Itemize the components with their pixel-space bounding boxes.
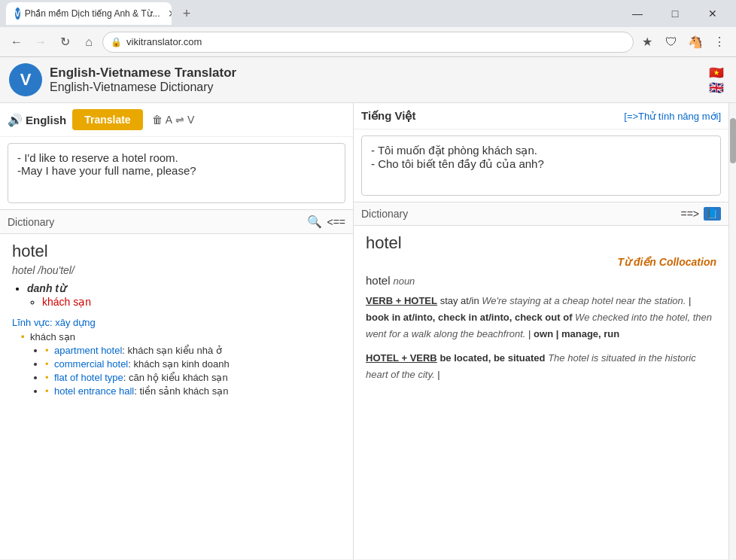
dict-nav-forward[interactable]: ==> bbox=[680, 208, 699, 220]
hotel-noun-row: hotel noun bbox=[366, 274, 716, 287]
link-hotel-entrance[interactable]: hotel entrance hall bbox=[54, 385, 134, 397]
input-text-area[interactable]: - I'd like to reserve a hotel room. -May… bbox=[8, 143, 345, 203]
linhvuc-value: xây dựng bbox=[55, 317, 96, 328]
english-label: English bbox=[26, 114, 66, 126]
verb-hotel-example: We're staying at a cheap hotel near the … bbox=[482, 295, 686, 306]
source-a-icon: A bbox=[166, 114, 172, 126]
left-dict-label: Dictionary bbox=[8, 216, 54, 228]
target-v-icon: V bbox=[187, 114, 194, 126]
link-commercial-hotel[interactable]: commercial hotel bbox=[54, 358, 128, 370]
app-title: English-Vietnamese Translator English-Vi… bbox=[50, 65, 236, 94]
vn-flag: 🇻🇳 bbox=[706, 65, 727, 79]
main-content: 🔊 English Translate 🗑 A ⇌ V - I'd like t… bbox=[0, 103, 736, 559]
right-dict-word: hotel bbox=[366, 233, 716, 253]
left-panel: 🔊 English Translate 🗑 A ⇌ V - I'd like t… bbox=[0, 103, 354, 559]
favicon-letter: V bbox=[15, 10, 20, 18]
right-scrollbar[interactable] bbox=[728, 103, 736, 559]
separator1: | bbox=[689, 295, 691, 306]
hotel-word: hotel bbox=[366, 274, 391, 287]
target-lang-label: Tiếng Việt bbox=[361, 109, 415, 123]
input-text-line1: - I'd like to reserve a hotel room. bbox=[17, 151, 336, 164]
dict-main-word: hotel bbox=[12, 242, 341, 261]
app-logo: V bbox=[9, 63, 42, 96]
forward-button[interactable]: → bbox=[30, 32, 51, 53]
right-panel-wrapper: Tiếng Việt [=>Thử tính năng mới] - Tôi m… bbox=[354, 103, 736, 559]
dict-nav-back[interactable]: <== bbox=[327, 216, 345, 228]
address-bar[interactable]: 🔒 vikitranslator.com bbox=[102, 32, 634, 53]
linhvuc-label: Lĩnh vực: bbox=[12, 317, 53, 328]
collocation-link[interactable]: Từ điển Collocation bbox=[617, 256, 716, 268]
linhvuc-items: • khách sạn apartment hotel: khách sạn k… bbox=[21, 331, 341, 397]
hotel-verb-header: HOTEL + VERB bbox=[366, 352, 437, 364]
list-item: flat of hotel type: căn hộ kiểu khách sạ… bbox=[45, 372, 341, 383]
flag-icons: 🇻🇳 🇬🇧 bbox=[706, 65, 727, 94]
left-dict-header: Dictionary 🔍 <== bbox=[0, 209, 353, 234]
link-flat-hotel-type[interactable]: flat of hotel type bbox=[54, 372, 123, 383]
hotel-verb-text: be located, be situated bbox=[439, 352, 545, 364]
more-button[interactable]: ⋮ bbox=[709, 32, 730, 53]
new-tab-button[interactable]: + bbox=[176, 3, 197, 24]
bookmark-button[interactable]: ★ bbox=[637, 32, 658, 53]
pos-label: danh từ bbox=[27, 282, 65, 294]
hotel-sublist: apartment hotel: khách sạn kiểu nhà ở co… bbox=[45, 345, 341, 397]
collocation-area: Từ điển Collocation bbox=[366, 256, 716, 268]
swap-icon[interactable]: ⇌ bbox=[175, 114, 184, 126]
linhvuc-main-item: • khách sạn apartment hotel: khách sạn k… bbox=[21, 331, 341, 397]
close-button[interactable]: ✕ bbox=[695, 0, 730, 27]
linhvuc-item-text: khách sạn bbox=[30, 331, 75, 342]
scroll-thumb bbox=[730, 118, 736, 163]
browser-tab[interactable]: V Phần mềm Dịch tiếng Anh & Từ... ✕ bbox=[6, 2, 172, 25]
left-toolbar: 🔊 English Translate 🗑 A ⇌ V bbox=[0, 103, 353, 137]
link-apartment-hotel[interactable]: apartment hotel bbox=[54, 345, 122, 356]
dict-search-icon[interactable]: 🔍 bbox=[307, 215, 322, 229]
logo-area: V English-Vietnamese Translator English-… bbox=[9, 63, 236, 96]
verb-section: VERB + HOTEL stay at/in We're staying at… bbox=[366, 293, 716, 342]
tab-title: Phần mềm Dịch tiếng Anh & Từ... bbox=[25, 8, 160, 19]
navigation-bar: ← → ↻ ⌂ 🔒 vikitranslator.com ★ 🛡 🐴 ⋮ bbox=[0, 27, 736, 57]
app-header: V English-Vietnamese Translator English-… bbox=[0, 57, 736, 103]
list-item: hotel entrance hall: tiền sảnh khách sạn bbox=[45, 385, 341, 397]
gb-flag: 🇬🇧 bbox=[706, 81, 727, 94]
url-text: vikitranslator.com bbox=[126, 36, 625, 47]
list-item: commercial hotel: khách sạn kinh doanh bbox=[45, 358, 341, 370]
translate-button[interactable]: Translate bbox=[72, 109, 142, 130]
home-button[interactable]: ⌂ bbox=[78, 32, 99, 53]
viet-word: khách sạn bbox=[42, 296, 91, 308]
input-text-line2: -May I have your full name, please? bbox=[17, 164, 336, 177]
right-toolbar: Tiếng Việt [=>Thử tính năng mới] bbox=[354, 103, 728, 129]
linhvuc-section: Lĩnh vực: xây dựng bbox=[12, 317, 341, 328]
shield-button[interactable]: 🛡 bbox=[661, 32, 682, 53]
window-controls: — □ ✕ bbox=[620, 0, 730, 27]
hotel-verb-section: HOTEL + VERB be located, be situated The… bbox=[366, 350, 716, 383]
reload-button[interactable]: ↻ bbox=[54, 32, 75, 53]
maximize-button[interactable]: □ bbox=[658, 0, 692, 27]
noun-label: noun bbox=[393, 275, 415, 287]
verb-hotel-header: VERB + HOTEL bbox=[366, 295, 437, 306]
clear-icon[interactable]: 🗑 bbox=[152, 114, 163, 126]
right-dict-label: Dictionary bbox=[361, 208, 408, 220]
source-lang-label: 🔊 English bbox=[8, 113, 66, 127]
new-feature-link[interactable]: [=>Thử tính năng mới] bbox=[624, 111, 721, 122]
output-text-line2: - Cho tôi biết tên đầy đủ của anh? bbox=[371, 157, 711, 171]
list-item: apartment hotel: khách sạn kiểu nhà ở bbox=[45, 345, 341, 356]
tab-favicon: V bbox=[15, 8, 20, 20]
dict-phonetic: hotel /hou'tel/ bbox=[12, 264, 341, 276]
right-dict-content: hotel Từ điển Collocation hotel noun VER… bbox=[354, 226, 728, 559]
speaker-icon[interactable]: 🔊 bbox=[8, 113, 23, 127]
right-dict-actions: ==> 📘 bbox=[680, 207, 721, 221]
back-button[interactable]: ← bbox=[6, 32, 27, 53]
verb-hotel-text3: own | manage, run bbox=[534, 328, 619, 339]
verb-hotel-text: stay at/in bbox=[440, 295, 479, 306]
verb-hotel-text2: book in at/into, check in at/into, check… bbox=[366, 312, 572, 323]
profile-button[interactable]: 🐴 bbox=[685, 32, 706, 53]
nav-actions: ★ 🛡 🐴 ⋮ bbox=[637, 32, 730, 53]
right-dict-header: Dictionary ==> 📘 bbox=[354, 202, 728, 226]
tools-row: 🗑 A ⇌ V bbox=[152, 114, 195, 126]
dict-entry: danh từ khách sạn bbox=[12, 282, 341, 308]
left-dict-actions: 🔍 <== bbox=[307, 215, 345, 229]
tab-close-button[interactable]: ✕ bbox=[168, 8, 172, 20]
left-dict-content: hotel hotel /hou'tel/ danh từ khách sạn bbox=[0, 234, 353, 559]
book-icon: 📘 bbox=[704, 207, 721, 221]
minimize-button[interactable]: — bbox=[620, 0, 655, 27]
output-text-area: - Tôi muốn đặt phòng khách sạn. - Cho tô… bbox=[361, 135, 721, 196]
